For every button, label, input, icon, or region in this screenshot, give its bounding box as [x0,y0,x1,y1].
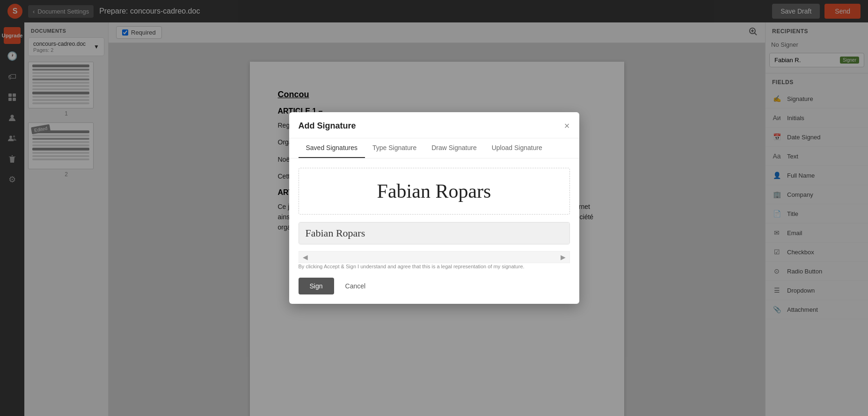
modal-header: Add Signature × [289,112,579,138]
add-signature-modal: Add Signature × Saved SignaturesType Sig… [289,112,579,304]
modal-tabs: Saved SignaturesType SignatureDraw Signa… [289,138,579,158]
cancel-button[interactable]: Cancel [339,278,372,294]
modal-body: Fabian Ropars Fabian Ropars ◀ ▶ By click… [289,158,579,304]
scroll-right-icon[interactable]: ▶ [561,253,566,261]
modal-close-button[interactable]: × [564,121,570,131]
modal-tab-0[interactable]: Saved Signatures [299,138,365,158]
modal-title: Add Signature [299,121,356,131]
modal-actions: Sign Cancel [299,278,570,294]
scroll-left-icon[interactable]: ◀ [303,253,308,261]
scrollbar-hint: ◀ ▶ [299,251,570,263]
signature-preview-text: Fabian Ropars [377,180,491,202]
saved-signature-item[interactable]: Fabian Ropars [299,222,569,244]
signature-preview: Fabian Ropars [299,168,570,215]
modal-overlay: Add Signature × Saved SignaturesType Sig… [0,0,868,416]
saved-sig-text: Fabian Ropars [306,227,365,239]
modal-tab-1[interactable]: Type Signature [365,138,424,158]
modal-tab-2[interactable]: Draw Signature [424,138,484,158]
sign-button[interactable]: Sign [299,278,334,294]
legal-text: By clicking Accept & Sign I understand a… [299,263,570,270]
saved-signatures-list[interactable]: Fabian Ropars [299,222,570,244]
modal-tab-3[interactable]: Upload Signature [484,138,550,158]
